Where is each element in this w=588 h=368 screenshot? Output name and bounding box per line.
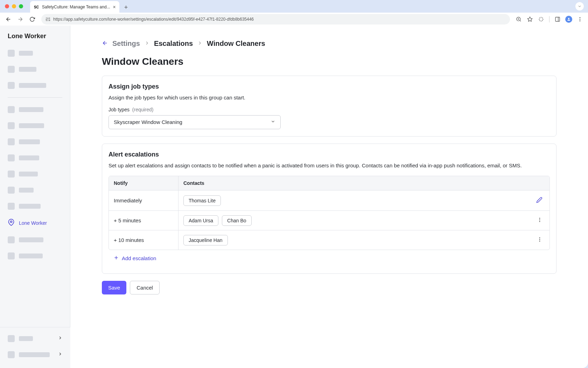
contacts-cell: Adam Ursa Chan Bo bbox=[178, 211, 550, 230]
svg-point-28 bbox=[539, 239, 540, 240]
extensions-icon[interactable] bbox=[537, 15, 546, 24]
window-controls bbox=[5, 4, 27, 8]
job-types-label: Job types (required) bbox=[108, 107, 550, 112]
svg-point-25 bbox=[539, 220, 540, 221]
bookmark-icon[interactable] bbox=[525, 15, 534, 24]
svg-point-21 bbox=[580, 20, 581, 21]
notify-cell: + 10 minutes bbox=[109, 230, 178, 250]
new-tab-button[interactable]: + bbox=[122, 3, 130, 12]
add-escalation-label: Add escalation bbox=[122, 255, 156, 261]
breadcrumb-back-button[interactable] bbox=[102, 40, 108, 48]
sidebar-item-skeleton[interactable] bbox=[4, 62, 66, 76]
zoom-icon[interactable] bbox=[514, 15, 523, 24]
sidebar: Lone Worker bbox=[0, 26, 70, 368]
sidebar-item-skeleton[interactable] bbox=[4, 46, 66, 60]
sidebar-item-skeleton[interactable] bbox=[4, 151, 66, 165]
browser-tab[interactable]: SC SafetyCulture: Manage Teams and... × bbox=[30, 1, 119, 13]
tab-favicon-icon: SC bbox=[34, 4, 39, 10]
profile-icon[interactable] bbox=[564, 15, 573, 24]
contact-chip[interactable]: Adam Ursa bbox=[183, 215, 218, 226]
map-pin-icon bbox=[8, 219, 15, 227]
svg-point-18 bbox=[568, 18, 569, 19]
contact-chip[interactable]: Jacqueline Han bbox=[183, 235, 228, 245]
forward-button[interactable] bbox=[15, 14, 25, 24]
sidebar-item-skeleton[interactable] bbox=[4, 233, 66, 247]
sidebar-item-label: Lone Worker bbox=[19, 220, 47, 226]
job-types-select[interactable]: Skyscraper Window Cleaning bbox=[108, 115, 281, 129]
job-types-card: Assign job types Assign the job types fo… bbox=[102, 76, 556, 137]
header-notify: Notify bbox=[109, 176, 178, 190]
svg-point-22 bbox=[10, 221, 12, 223]
edit-button[interactable] bbox=[534, 195, 545, 206]
sidebar-item-skeleton[interactable] bbox=[4, 332, 66, 346]
tab-title: SafetyCulture: Manage Teams and... bbox=[42, 5, 110, 9]
site-settings-icon[interactable] bbox=[46, 17, 50, 22]
sidebar-item-skeleton[interactable] bbox=[4, 348, 66, 362]
tab-dropdown-button[interactable] bbox=[575, 2, 584, 11]
svg-point-24 bbox=[539, 218, 540, 219]
sidebar-item-skeleton[interactable] bbox=[4, 167, 66, 181]
toolbar-divider bbox=[549, 16, 550, 22]
contact-chip[interactable]: Chan Bo bbox=[222, 215, 251, 226]
sidebar-item-skeleton[interactable] bbox=[4, 119, 66, 133]
svg-point-27 bbox=[539, 237, 540, 238]
sidebar-item-skeleton[interactable] bbox=[4, 78, 66, 92]
sidebar-item-skeleton[interactable] bbox=[4, 199, 66, 213]
escalations-card: Alert escalations Set up alert escalatio… bbox=[102, 144, 556, 274]
sidebar-item-skeleton[interactable] bbox=[4, 103, 66, 117]
table-row: + 5 minutes Adam Ursa Chan Bo bbox=[109, 211, 550, 230]
sidebar-divider bbox=[8, 97, 62, 98]
breadcrumb-escalations[interactable]: Escalations bbox=[154, 40, 193, 48]
chevron-right-icon bbox=[144, 40, 150, 47]
chevron-right-icon bbox=[197, 40, 203, 47]
svg-point-19 bbox=[580, 17, 581, 18]
contacts-cell: Jacqueline Han bbox=[178, 230, 550, 250]
table-header: Notify Contacts bbox=[109, 176, 550, 190]
close-window-button[interactable] bbox=[5, 4, 9, 8]
maximize-window-button[interactable] bbox=[19, 4, 23, 8]
plus-icon bbox=[113, 255, 119, 262]
sidebar-title: Lone Worker bbox=[4, 33, 66, 46]
tabs-bar: SC SafetyCulture: Manage Teams and... × … bbox=[0, 0, 588, 13]
chevron-down-icon bbox=[271, 119, 275, 125]
back-button[interactable] bbox=[4, 14, 13, 24]
minimize-window-button[interactable] bbox=[12, 4, 16, 8]
breadcrumb-settings[interactable]: Settings bbox=[112, 40, 140, 48]
save-button[interactable]: Save bbox=[102, 281, 126, 294]
toolbar-icons bbox=[514, 15, 584, 24]
job-types-description: Assign the job types for which users in … bbox=[108, 94, 550, 102]
escalations-description: Set up alert escalations and assign cont… bbox=[108, 162, 550, 170]
svg-line-12 bbox=[520, 20, 521, 21]
add-escalation-button[interactable]: Add escalation bbox=[108, 250, 550, 266]
panel-icon[interactable] bbox=[553, 15, 562, 24]
url-bar[interactable]: https://app.safetyculture.com/lone-worke… bbox=[41, 14, 510, 25]
select-value: Skyscraper Window Cleaning bbox=[114, 119, 182, 125]
svg-point-20 bbox=[580, 19, 581, 20]
sidebar-item-skeleton[interactable] bbox=[4, 135, 66, 149]
header-contacts: Contacts bbox=[178, 176, 550, 190]
browser-chrome: SC SafetyCulture: Manage Teams and... × … bbox=[0, 0, 588, 26]
notify-cell: + 5 minutes bbox=[109, 211, 178, 230]
main-panel: Settings Escalations Window Cleaners Win… bbox=[70, 26, 588, 368]
reload-button[interactable] bbox=[27, 14, 37, 24]
sidebar-item-lone-worker[interactable]: Lone Worker bbox=[4, 215, 66, 231]
svg-point-26 bbox=[539, 221, 540, 222]
url-text: https://app.safetyculture.com/lone-worke… bbox=[53, 17, 506, 22]
contact-chip[interactable]: Thomas Lite bbox=[183, 195, 221, 206]
more-button[interactable] bbox=[535, 215, 545, 226]
sidebar-item-skeleton[interactable] bbox=[4, 249, 66, 263]
escalations-title: Alert escalations bbox=[108, 151, 550, 158]
svg-point-29 bbox=[539, 241, 540, 242]
more-button[interactable] bbox=[535, 235, 545, 245]
address-bar: https://app.safetyculture.com/lone-worke… bbox=[0, 13, 588, 26]
table-row: + 10 minutes Jacqueline Han bbox=[109, 230, 550, 250]
table-row: Immediately Thomas Lite bbox=[109, 190, 550, 211]
contacts-cell: Thomas Lite bbox=[178, 190, 550, 210]
svg-rect-16 bbox=[555, 17, 560, 21]
sidebar-item-skeleton[interactable] bbox=[4, 183, 66, 197]
tab-close-button[interactable]: × bbox=[113, 4, 116, 10]
menu-icon[interactable] bbox=[575, 15, 584, 24]
chevron-right-icon bbox=[58, 335, 63, 342]
job-types-title: Assign job types bbox=[108, 83, 550, 90]
cancel-button[interactable]: Cancel bbox=[130, 281, 160, 294]
